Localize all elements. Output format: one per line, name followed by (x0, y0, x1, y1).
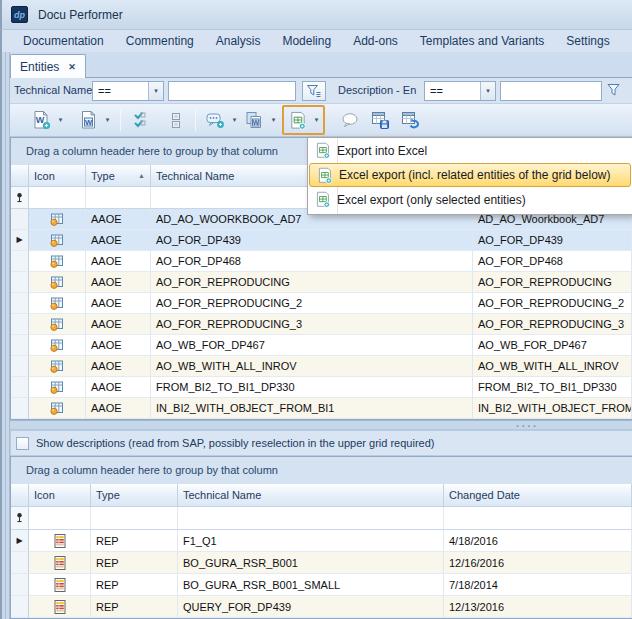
excel-export-icon (314, 191, 331, 208)
technical-name-cell: F1_Q1 (178, 530, 444, 552)
menu-item[interactable]: Export into Excel (308, 138, 632, 163)
filter-options-button[interactable] (302, 81, 326, 101)
filter-funnel-button[interactable] (606, 83, 626, 99)
check-entities-button[interactable] (127, 107, 153, 133)
filter-bar: Technical Name == ▾ Description - En == … (0, 78, 632, 104)
table-row[interactable]: AAOE AO_FOR_DP468 AO_FOR_DP468 (11, 251, 632, 272)
filter-cell[interactable] (91, 507, 178, 530)
table-row[interactable]: AAOE AO_WB_FOR_DP467 AO_WB_FOR_DP467 (11, 335, 632, 356)
save-grid-layout-button[interactable] (367, 107, 393, 133)
table-row[interactable]: AAOE FROM_BI2_TO_BI1_DP330 FROM_BI2_TO_B… (11, 377, 632, 398)
description-operator-select[interactable]: == ▾ (424, 81, 496, 101)
column-header-type[interactable]: Type (91, 484, 178, 507)
type-cell: AAOE (86, 356, 151, 377)
type-cell: AAOE (86, 377, 151, 398)
funnel-list-icon (306, 84, 322, 98)
menu-item[interactable]: Add-ons (342, 31, 409, 51)
menu-item[interactable]: Excel export (incl. related entities of … (309, 163, 631, 187)
operator-value: == (93, 82, 148, 100)
table-row[interactable]: REP QUERY_FOR_DP439 12/13/2016 (11, 596, 632, 618)
chevron-down-icon[interactable]: ▾ (228, 107, 241, 133)
add-comment-button[interactable] (202, 107, 228, 133)
chevron-down-icon[interactable]: ▾ (54, 107, 67, 133)
technical-name-cell: IN_BI2_WITH_OBJECT_FROM_BI1 (151, 398, 473, 419)
table-row[interactable]: AAOE AO_FOR_REPRODUCING_3 AO_FOR_REPRODU… (11, 314, 632, 335)
menu-bar: Documentation Commenting Analysis Modeli… (0, 30, 632, 52)
type-cell: AAOE (86, 314, 151, 335)
chevron-down-icon[interactable]: ▾ (148, 82, 163, 100)
changed-date-cell: 12/13/2016 (444, 596, 632, 618)
type-cell: AAOE (86, 293, 151, 314)
tab-entities[interactable]: Entities ✕ (10, 54, 86, 78)
technical-name-cell: BO_GURA_RSR_B001_SMALL (178, 574, 444, 596)
table-row[interactable]: REP BO_GURA_RSR_B001_SMALL 7/18/2014 (11, 574, 632, 596)
chevron-down-icon[interactable]: ▾ (480, 82, 495, 100)
excel-export-icon (316, 167, 333, 184)
menu-item-label: Excel export (only selected entities) (337, 193, 526, 207)
grid-splitter[interactable]: ···· (0, 420, 632, 430)
report-icon (52, 577, 68, 593)
related-entities-grid: Drag a column header here to group by th… (10, 456, 632, 619)
type-cell: REP (91, 552, 178, 574)
description-cell: FROM_BI2_TO_BI1_DP330 (473, 377, 632, 398)
technical-name-operator-select[interactable]: == ▾ (92, 81, 164, 101)
chevron-down-icon[interactable]: ▾ (267, 107, 280, 133)
tab-close-icon[interactable]: ✕ (68, 62, 76, 72)
word-copy-icon: W (244, 110, 264, 130)
pin-icon (14, 512, 25, 524)
column-header-type[interactable]: Type ▲ (86, 165, 151, 187)
filter-cell[interactable] (444, 507, 632, 530)
table-row[interactable]: AAOE IN_BI2_WITH_OBJECT_FROM_BI1 IN_BI2_… (11, 398, 632, 419)
technical-name-cell: AO_FOR_REPRODUCING_2 (151, 293, 473, 314)
column-header-icon[interactable]: Icon (29, 165, 86, 187)
toolbar: W ▾ W ▾ (0, 104, 632, 137)
filter-cell[interactable] (178, 507, 444, 530)
show-descriptions-checkbox[interactable] (16, 437, 29, 450)
chevron-down-icon[interactable]: ▾ (101, 107, 114, 133)
svg-text:W: W (36, 115, 45, 125)
filter-cell[interactable] (29, 187, 86, 209)
menu-item[interactable]: Modeling (271, 31, 342, 51)
grid-refresh-icon (400, 110, 420, 130)
changed-date-cell: 4/18/2016 (444, 530, 632, 552)
description-filter-input[interactable] (500, 81, 602, 101)
group-by-panel[interactable]: Drag a column header here to group by th… (11, 457, 632, 484)
menu-item[interactable]: SAP I (621, 31, 632, 51)
reset-grid-layout-button[interactable] (397, 107, 423, 133)
menu-item[interactable]: Commenting (115, 31, 205, 51)
analysis-workbook-icon (49, 358, 65, 374)
table-row[interactable]: AAOE AO_FOR_DP439 AO_FOR_DP439 (11, 230, 632, 251)
table-row[interactable]: REP F1_Q1 4/18/2016 (11, 530, 632, 552)
table-row[interactable]: AAOE AO_FOR_REPRODUCING AO_FOR_REPRODUCI… (11, 272, 632, 293)
filter-cell[interactable] (29, 507, 91, 530)
description-cell: AO_FOR_REPRODUCING (473, 272, 632, 293)
tab-strip: Entities ✕ (0, 52, 632, 78)
menu-item[interactable]: Templates and Variants (409, 31, 556, 51)
table-row[interactable]: AAOE AO_WB_WITH_ALL_INROV AO_WB_WITH_ALL… (11, 356, 632, 377)
column-header-changed-date[interactable]: Changed Date (444, 484, 632, 507)
comment-bubble-button[interactable] (337, 107, 363, 133)
table-row[interactable]: REP BO_GURA_RSR_B001 12/16/2016 (11, 552, 632, 574)
word-document-button[interactable]: W (75, 107, 101, 133)
new-word-document-button[interactable]: W (28, 107, 54, 133)
filter-cell[interactable] (86, 187, 151, 209)
menu-item[interactable]: Settings (555, 31, 620, 51)
excel-export-button[interactable] (284, 107, 310, 133)
technical-name-filter-input[interactable] (168, 81, 296, 101)
column-header-technical-name[interactable]: Technical Name (178, 484, 444, 507)
table-row[interactable]: AAOE AO_FOR_REPRODUCING_2 AO_FOR_REPRODU… (11, 293, 632, 314)
menu-item[interactable]: Excel export (only selected entities) (308, 187, 632, 212)
upper-grid-rows: AAOE AD_AO_WOORKBOOK_AD7 AD_AO_Woorkbook… (11, 209, 632, 419)
menu-item[interactable]: Documentation (12, 31, 115, 51)
menu-item[interactable]: Analysis (205, 31, 272, 51)
speech-bubble-icon (340, 111, 360, 129)
description-cell: AO_WB_WITH_ALL_INROV (473, 356, 632, 377)
excel-export-menu-caret[interactable]: ▾ (310, 107, 323, 133)
dock-splitter[interactable] (0, 52, 10, 619)
selection-boxes-button[interactable] (163, 107, 189, 133)
column-header-icon[interactable]: Icon (29, 484, 91, 507)
technical-name-cell: AO_FOR_DP439 (151, 230, 473, 251)
copy-word-document-button[interactable]: W (241, 107, 267, 133)
app-window: dp Docu Performer Documentation Commenti… (0, 0, 632, 619)
analysis-workbook-icon (49, 379, 65, 395)
